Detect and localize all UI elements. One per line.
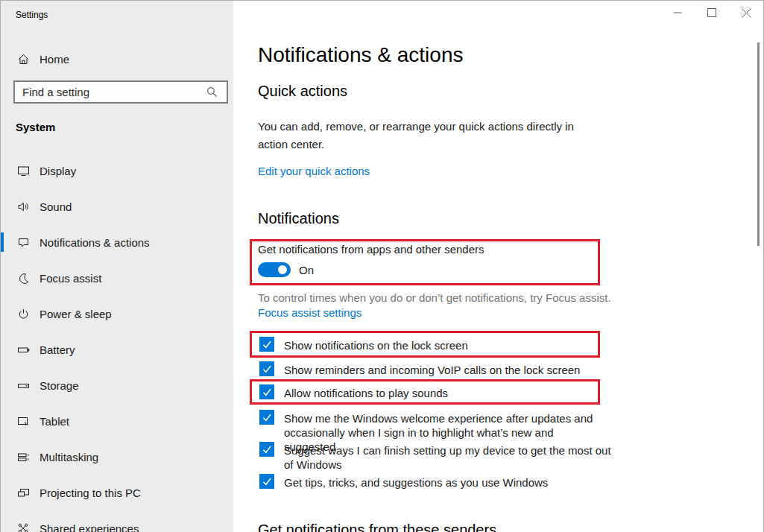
checkbox-label: Allow notifications to play sounds [284,384,448,400]
home-icon [17,53,30,66]
quick-actions-description: You can add, remove, or rearrange your q… [258,118,593,153]
notifications-toggle-state: On [299,264,314,276]
sidebar-item-label: Sound [40,200,72,213]
checkbox-checked[interactable] [259,361,274,376]
minimize-button[interactable] [660,1,695,25]
checkbox-row-lock-screen: Show notifications on the lock screen [259,337,468,352]
focus-assist-icon [17,272,30,285]
checkbox-label: Show notifications on the lock screen [284,337,468,352]
sound-icon [17,200,30,213]
checkbox-row-reminders-voip: Show reminders and incoming VoIP calls o… [259,361,580,377]
notifications-toggle-label: Get notifications from apps and other se… [258,243,484,256]
storage-icon [17,379,30,392]
selected-accent-bar [1,232,4,252]
checkbox-checked[interactable] [259,442,274,457]
window-controls [660,1,763,25]
tablet-icon [17,415,30,428]
maximize-button[interactable] [695,1,729,25]
quick-actions-heading: Quick actions [258,83,347,100]
sidebar-item-label: Focus assist [40,272,101,285]
shared-experiences-icon [17,522,30,532]
page-title: Notifications & actions [258,43,463,67]
sidebar-item-display[interactable]: Display [1,156,233,186]
search-icon [206,86,222,98]
checkbox-row-play-sounds: Allow notifications to play sounds [259,384,448,400]
sidebar-item-multitasking[interactable]: Multitasking [1,442,233,472]
toggle-knob [278,265,287,274]
senders-section-heading: Get notifications from these senders [258,522,496,532]
sidebar-item-sound[interactable]: Sound [1,191,233,221]
sidebar-item-storage[interactable]: Storage [1,370,233,400]
sidebar-item-label: Multitasking [40,451,98,463]
focus-assist-hint: To control times when you do or don’t ge… [258,291,611,304]
app-title: Settings [16,10,48,20]
close-button[interactable] [729,1,763,25]
sidebar-item-label: Display [40,165,76,177]
notifications-heading: Notifications [258,210,339,227]
sidebar-item-label: Tablet [40,415,69,428]
checkbox-label: Get tips, tricks, and suggestions as you… [284,474,548,490]
checkbox-checked[interactable] [259,384,274,399]
sidebar-item-label: Notifications & actions [40,236,150,249]
battery-icon [17,343,30,356]
checkbox-label: Suggest ways I can finish setting up my … [284,442,621,472]
settings-window: { "window": { "app_title": "Settings", "… [0,0,764,532]
display-icon [17,165,30,177]
sidebar-item-label: Shared experiences [40,522,139,532]
notifications-toggle[interactable] [258,262,291,277]
checkbox-label: Show reminders and incoming VoIP calls o… [284,361,580,377]
search-box[interactable] [13,80,228,104]
edit-quick-actions-link[interactable]: Edit your quick actions [258,165,370,177]
scrollbar-thumb[interactable] [757,42,760,246]
checkbox-checked[interactable] [259,474,274,489]
sidebar-item-battery[interactable]: Battery [1,335,233,364]
multitasking-icon [17,451,30,463]
projecting-icon [17,487,30,499]
sidebar-item-power-sleep[interactable]: Power & sleep [1,299,233,329]
sidebar-item-label: Battery [40,343,75,356]
main-content: Notifications & actions Quick actions Yo… [233,1,763,532]
sidebar-item-label: Storage [40,379,79,392]
sidebar-section-system: System [16,121,55,133]
sidebar-item-label: Home [40,53,69,66]
checkbox-checked[interactable] [259,337,274,352]
sidebar: Settings Home System Display Sound Notif… [1,1,233,532]
focus-assist-settings-link[interactable]: Focus assist settings [258,306,362,319]
sidebar-item-label: Projecting to this PC [40,487,141,499]
sidebar-item-home[interactable]: Home [1,44,233,74]
sidebar-item-projecting[interactable]: Projecting to this PC [1,478,233,507]
power-icon [17,308,30,320]
checkbox-checked[interactable] [259,410,274,425]
checkbox-row-finish-setup: Suggest ways I can finish setting up my … [259,442,621,472]
sidebar-item-tablet[interactable]: Tablet [1,406,233,436]
sidebar-item-focus-assist[interactable]: Focus assist [1,263,233,293]
search-input[interactable] [15,86,206,98]
checkbox-row-tips-tricks: Get tips, tricks, and suggestions as you… [259,474,548,490]
sidebar-item-label: Power & sleep [40,308,112,320]
notifications-icon [17,236,30,249]
sidebar-item-shared-experiences[interactable]: Shared experiences [1,513,233,532]
sidebar-item-notifications[interactable]: Notifications & actions [1,227,233,257]
